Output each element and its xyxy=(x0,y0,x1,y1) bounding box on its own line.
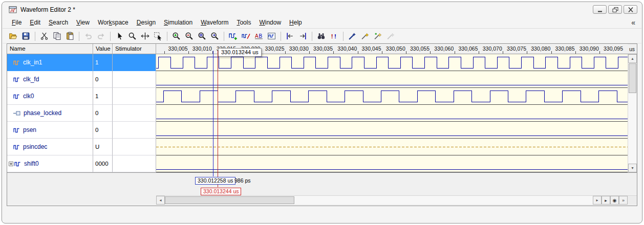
signal-stimulator xyxy=(113,105,156,122)
signal-icon xyxy=(13,144,20,150)
undo-button[interactable] xyxy=(82,30,95,42)
signal-name: clk0 xyxy=(23,93,34,100)
toolbar: AB!! xyxy=(3,29,641,43)
menu-design[interactable]: Design xyxy=(133,17,160,28)
zoom-custom-button[interactable] xyxy=(208,30,221,42)
show-differences-icon: !! xyxy=(330,32,338,40)
restore-button[interactable] xyxy=(608,5,622,14)
copy-button[interactable] xyxy=(51,30,63,42)
cursor2-line[interactable] xyxy=(218,51,218,187)
signal-row-phase_locked[interactable]: phase_locked0 xyxy=(7,105,156,122)
collapse-menu-chevron[interactable]: « xyxy=(631,18,637,27)
stimulators-button[interactable] xyxy=(240,30,252,42)
zoom-full-button[interactable] xyxy=(196,30,208,42)
zoom-out-button[interactable] xyxy=(183,30,196,42)
find-button[interactable] xyxy=(315,30,328,42)
signal-value: 1 xyxy=(93,54,113,71)
compare-off-button[interactable] xyxy=(384,30,397,42)
signal-name-cell: clk_in1 xyxy=(7,54,93,71)
cursor-time-tooltip: 330.013244 us xyxy=(218,48,262,57)
window-title: Waveform Editor 2 * xyxy=(20,6,75,13)
time-cursor-mode-button[interactable] xyxy=(139,30,152,42)
menu-tools[interactable]: Tools xyxy=(232,17,255,28)
goto-cursor-button[interactable]: ▸ xyxy=(602,196,610,205)
signal-value: 0 xyxy=(93,122,113,139)
horizontal-scrollbar[interactable]: ◂ ▸ ▸ ◉ » xyxy=(156,195,637,204)
scroll-left-button[interactable]: ◂ xyxy=(156,196,165,205)
menu-view[interactable]: View xyxy=(72,17,94,28)
select-mode-button[interactable] xyxy=(113,30,126,42)
column-header-value[interactable]: Value xyxy=(93,44,113,54)
goto-end-button[interactable]: » xyxy=(619,196,628,205)
cursor1-line[interactable] xyxy=(213,51,213,176)
zoom-mode-button[interactable] xyxy=(126,30,139,42)
expand-toggle-icon[interactable] xyxy=(9,162,13,166)
menu-search[interactable]: Search xyxy=(45,17,72,28)
show-differences-button[interactable]: !! xyxy=(328,30,340,42)
menu-edit[interactable]: Edit xyxy=(26,17,45,28)
signal-row-psincdec[interactable]: psincdecU xyxy=(7,139,156,155)
next-transition-button[interactable] xyxy=(296,30,309,42)
signal-row-clk0[interactable]: clk01 xyxy=(7,88,156,105)
annotate-wand-button[interactable] xyxy=(346,30,359,42)
redo-button[interactable] xyxy=(95,30,108,42)
menu-workspace[interactable]: Workspace xyxy=(94,17,133,28)
timeline-unit: us xyxy=(628,44,637,54)
previous-transition-icon xyxy=(286,32,294,40)
close-button[interactable] xyxy=(624,5,637,14)
scrollbar-corner xyxy=(628,196,637,205)
scroll-right-button[interactable]: ▸ xyxy=(593,196,602,205)
vertical-scroll-thumb[interactable] xyxy=(629,63,636,93)
find-letters-icon: AB xyxy=(254,32,263,40)
paste-button[interactable] xyxy=(63,30,76,42)
signal-row-psen[interactable]: psen0 xyxy=(7,122,156,139)
signal-row-clk_fd[interactable]: clk_fd0 xyxy=(7,71,156,88)
waveform-editor-window: Waveform Editor 2 * FileEditSearchViewWo… xyxy=(2,2,642,223)
drag-mode-button[interactable] xyxy=(152,30,164,42)
menu-waveform[interactable]: Waveform xyxy=(197,17,232,28)
horizontal-scroll-thumb[interactable] xyxy=(165,196,294,204)
compare-signals-icon xyxy=(267,32,276,40)
menu-help[interactable]: Help xyxy=(285,17,306,28)
vertical-scrollbar[interactable]: ▴ ▾ xyxy=(628,54,636,172)
scroll-up-button[interactable]: ▴ xyxy=(628,54,637,63)
open-button[interactable] xyxy=(7,30,19,42)
cursor2-time-label[interactable]: 330.013244 us xyxy=(201,188,241,195)
zoom-in-button[interactable] xyxy=(170,30,183,42)
cut-button[interactable] xyxy=(38,30,51,42)
signal-value: 0000 xyxy=(93,155,113,172)
previous-transition-button[interactable] xyxy=(284,30,296,42)
find-letters-button[interactable]: AB xyxy=(252,30,265,42)
minimize-button[interactable] xyxy=(593,5,607,14)
ruler-label: 330,095 xyxy=(599,46,628,52)
window-controls xyxy=(593,5,637,14)
compare-test-button[interactable] xyxy=(372,30,384,42)
zoom-full-icon xyxy=(198,32,206,40)
cursor1-time-label[interactable]: 330.012258 us xyxy=(195,177,235,185)
signal-icon xyxy=(13,77,20,82)
save-icon xyxy=(22,32,30,40)
center-cursor-button[interactable]: ◉ xyxy=(610,196,619,205)
signal-row-shift0[interactable]: shift00000 xyxy=(7,155,156,172)
column-header-name[interactable]: Name xyxy=(7,44,93,54)
signal-name-cell: shift0 xyxy=(7,155,93,172)
compare-gold-button[interactable] xyxy=(359,30,372,42)
signal-row-clk_in1[interactable]: clk_in11 xyxy=(7,54,156,71)
title-bar[interactable]: Waveform Editor 2 * xyxy=(3,3,641,16)
toolbar-separator xyxy=(281,32,281,41)
menu-file[interactable]: File xyxy=(8,17,26,28)
compare-signals-button[interactable] xyxy=(265,30,278,42)
redo-icon xyxy=(97,32,105,40)
column-header-stimulator[interactable]: Stimulator xyxy=(113,44,156,54)
signal-stimulator xyxy=(113,139,156,155)
zoom-out-icon xyxy=(185,32,194,40)
menu-simulation[interactable]: Simulation xyxy=(160,17,197,28)
save-button[interactable] xyxy=(19,30,32,42)
add-signals-button[interactable] xyxy=(227,30,240,42)
signal-name: clk_fd xyxy=(23,76,39,83)
signal-name-cell: clk0 xyxy=(7,88,93,105)
waveform-canvas[interactable] xyxy=(156,54,628,172)
menu-window[interactable]: Window xyxy=(255,17,285,28)
find-icon xyxy=(317,32,326,40)
scroll-down-button[interactable]: ▾ xyxy=(628,164,637,172)
